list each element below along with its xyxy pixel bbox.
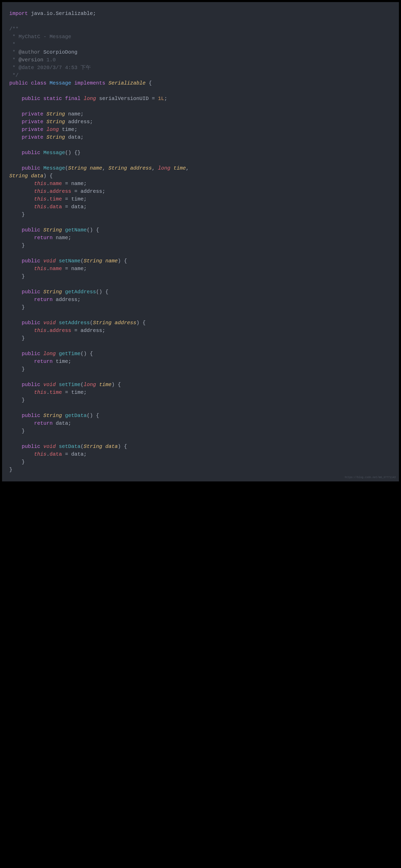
keyword-class: class bbox=[31, 80, 47, 86]
javadoc-author-tag: @author bbox=[19, 49, 40, 55]
keyword-private: private bbox=[22, 111, 44, 117]
param-name: name bbox=[90, 165, 102, 171]
javadoc-version-val: 1.0 bbox=[44, 57, 56, 63]
type-string: String bbox=[47, 119, 65, 125]
method-setAddress: setAddress bbox=[59, 320, 90, 326]
literal-1L: 1L bbox=[158, 96, 164, 101]
keyword-private: private bbox=[22, 134, 44, 140]
javadoc-date: * @date 2020/3/7 4:53 下午 bbox=[9, 65, 91, 71]
param-time: time bbox=[173, 165, 186, 171]
type-long: long bbox=[47, 127, 59, 132]
keyword-implements: implements bbox=[74, 80, 105, 86]
type-serializable: Serializable bbox=[108, 80, 146, 86]
keyword-public: public bbox=[22, 150, 40, 156]
type-long: long bbox=[84, 96, 96, 101]
method-getName: getName bbox=[65, 227, 87, 233]
javadoc-line: * bbox=[9, 41, 16, 48]
keyword-private: private bbox=[22, 127, 44, 132]
field-address: address bbox=[68, 119, 90, 125]
javadoc-line: * bbox=[9, 57, 19, 63]
javadoc-close: */ bbox=[9, 72, 19, 79]
method-getData: getData bbox=[65, 413, 87, 418]
constructor: Message bbox=[44, 150, 65, 156]
javadoc-author-name: ScorpioDong bbox=[40, 49, 78, 55]
watermark: https://blog.csdn.net/m0_37771142 bbox=[345, 475, 396, 479]
code-block: import java.io.Serializable; /** * MyCha… bbox=[0, 0, 401, 484]
class-name: Message bbox=[50, 80, 71, 86]
type-string: String bbox=[47, 134, 65, 140]
keyword-static: static bbox=[44, 96, 62, 101]
keyword-public: public bbox=[22, 96, 40, 101]
type-string: String bbox=[47, 111, 65, 117]
method-setName: setName bbox=[59, 258, 81, 264]
field-time: time bbox=[62, 127, 74, 132]
field-data: data bbox=[68, 134, 81, 140]
import-package: java.io.Serializable; bbox=[28, 10, 96, 17]
method-getTime: getTime bbox=[59, 351, 81, 357]
keyword-public: public bbox=[22, 165, 40, 171]
field-serialVersionUID: serialVersionUID bbox=[99, 96, 149, 101]
method-setData: setData bbox=[59, 443, 81, 450]
keyword-public: public bbox=[9, 80, 28, 86]
javadoc-version-tag: @version bbox=[19, 57, 44, 63]
constructor: Message bbox=[44, 165, 65, 171]
keyword-private: private bbox=[22, 119, 44, 125]
param-address: address bbox=[130, 165, 152, 171]
javadoc-line: * bbox=[9, 49, 19, 55]
javadoc-open: /** bbox=[9, 26, 19, 32]
method-getAddress: getAddress bbox=[65, 289, 96, 295]
keyword-final: final bbox=[65, 96, 81, 101]
javadoc-line: * MyChatC - Message bbox=[9, 34, 71, 40]
keyword-import: import bbox=[9, 10, 28, 17]
param-data: data bbox=[31, 173, 44, 179]
method-setTime: setTime bbox=[59, 382, 81, 388]
field-name: name bbox=[68, 111, 81, 117]
